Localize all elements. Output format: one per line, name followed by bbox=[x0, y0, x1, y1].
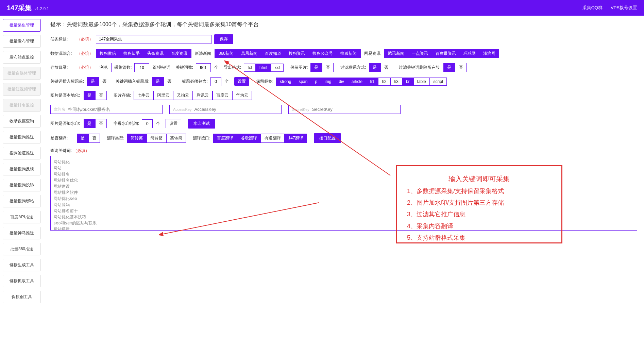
sidebar-item[interactable]: 发布站点监控 bbox=[3, 51, 41, 64]
browse-button[interactable]: 浏览 bbox=[96, 63, 112, 72]
tag-option[interactable]: 百度云 bbox=[213, 91, 232, 100]
tag-option[interactable]: 百度最资讯 bbox=[432, 49, 460, 58]
tag-option[interactable]: 否 bbox=[95, 91, 107, 100]
sidebar-item[interactable]: 批量搜狗反馈 bbox=[3, 163, 41, 175]
trtype-label: 翻译类型: bbox=[107, 135, 124, 141]
tag-option[interactable]: 澎湃网 bbox=[479, 49, 499, 58]
wm-set-button[interactable]: 设置 bbox=[166, 119, 181, 128]
tag-option[interactable]: 网易资讯 bbox=[360, 49, 384, 58]
sidebar-item[interactable]: 批量发布管理 bbox=[3, 35, 41, 48]
sidebar-item[interactable]: 批量360推送 bbox=[3, 243, 41, 255]
tag-option[interactable]: 否 bbox=[95, 119, 107, 128]
tag-option[interactable]: 搜狗知乎 bbox=[120, 49, 143, 58]
tag-option[interactable]: 搜狗公众号 bbox=[309, 49, 337, 58]
must-set-button[interactable]: 设置 bbox=[234, 77, 249, 86]
sidebar-item[interactable]: 搜狗验证推送 bbox=[3, 147, 41, 159]
tag-option[interactable]: 否 bbox=[455, 63, 467, 72]
tag-option[interactable]: 否 bbox=[99, 77, 110, 86]
tag-option[interactable]: 是 bbox=[152, 77, 164, 86]
kwcount-input[interactable] bbox=[196, 63, 211, 72]
tag-option[interactable]: 头条资讯 bbox=[143, 49, 167, 58]
tag-option[interactable]: 华为云 bbox=[232, 91, 252, 100]
count-label: 采集篇数: bbox=[114, 65, 132, 70]
tag-option[interactable]: 简转英 bbox=[127, 134, 147, 143]
tag-option[interactable]: 七牛云 bbox=[134, 91, 153, 100]
header-link[interactable]: VPS拨号设置 bbox=[611, 5, 637, 11]
tag-option[interactable]: txt bbox=[244, 64, 256, 72]
tag-option[interactable]: 搜狐新闻 bbox=[337, 49, 360, 58]
tag-option[interactable]: 百度知道 bbox=[261, 49, 285, 58]
tag-option[interactable]: 147翻译 bbox=[285, 134, 307, 143]
sidebar-item[interactable]: 伪原创工具 bbox=[3, 291, 41, 303]
api-config-button[interactable]: 接口配置 bbox=[314, 133, 341, 143]
tag-option[interactable]: 谷歌翻译 bbox=[237, 134, 261, 143]
tag-option[interactable]: 否 bbox=[322, 63, 334, 72]
tag-option[interactable]: 否 bbox=[164, 77, 175, 86]
tag-option[interactable]: 腾讯新闻 bbox=[384, 49, 408, 58]
tag-option[interactable]: 是 bbox=[310, 63, 322, 72]
tag-option[interactable]: 新浪新闻 bbox=[191, 49, 215, 58]
sidebar-item[interactable]: 链接抓取工具 bbox=[3, 275, 41, 287]
tag-option[interactable]: div bbox=[335, 78, 348, 86]
tag-option[interactable]: 搜狗微信 bbox=[96, 49, 120, 58]
tag-option[interactable]: 是 bbox=[77, 134, 88, 143]
tag-option[interactable]: 一点资讯 bbox=[408, 49, 432, 58]
main-content: 提示：关键词数最多1000个，采集数据源多个轮训，每个关键词最多采集10篇每个平… bbox=[44, 16, 644, 307]
tag-option[interactable]: article bbox=[348, 78, 366, 86]
wm-test-button[interactable]: 水印测试 bbox=[188, 119, 215, 129]
tag-option[interactable]: h2 bbox=[378, 78, 390, 86]
tag-option[interactable]: 搜狗资讯 bbox=[285, 49, 309, 58]
tag-option[interactable]: span bbox=[295, 78, 311, 86]
keepimg-group: 是否 bbox=[310, 63, 334, 72]
tag-option[interactable]: 环球网 bbox=[460, 49, 479, 58]
space-input[interactable] bbox=[68, 107, 159, 112]
tag-option[interactable]: table bbox=[413, 78, 430, 86]
space-box[interactable]: 空间名 bbox=[50, 105, 163, 114]
tag-option[interactable]: 阿里云 bbox=[153, 91, 173, 100]
tag-option[interactable]: 有道翻译 bbox=[261, 134, 285, 143]
tag-option[interactable]: script bbox=[430, 78, 447, 86]
tag-option[interactable]: img bbox=[321, 78, 335, 86]
sidebar-item[interactable]: 批量搜狗推送 bbox=[3, 131, 41, 143]
secretkey-input[interactable] bbox=[312, 107, 397, 112]
secretkey-box[interactable]: SecretKey bbox=[288, 105, 401, 114]
tag-option[interactable]: 百度资讯 bbox=[167, 49, 191, 58]
tag-option[interactable]: br bbox=[402, 78, 413, 86]
sidebar-item[interactable]: 批量搜狗绑站 bbox=[3, 195, 41, 207]
sidebar-item[interactable]: 收录数据查询 bbox=[3, 115, 41, 128]
count-input[interactable] bbox=[134, 63, 149, 72]
save-button[interactable]: 保存 bbox=[214, 34, 233, 44]
wmcount-input[interactable] bbox=[142, 119, 153, 128]
tag-option[interactable]: strong bbox=[276, 78, 295, 86]
tag-option[interactable]: html bbox=[256, 64, 271, 72]
tag-option[interactable]: 凤凰新闻 bbox=[237, 49, 261, 58]
sidebar-item[interactable]: 百度API推送 bbox=[3, 211, 41, 223]
tag-option[interactable]: 360新闻 bbox=[215, 49, 237, 58]
tag-option[interactable]: 百度翻译 bbox=[213, 134, 237, 143]
tag-option[interactable]: h3 bbox=[390, 78, 402, 86]
keeptag-label: 保留标签: bbox=[256, 79, 273, 84]
must-input[interactable] bbox=[210, 77, 221, 86]
tag-option[interactable]: 是 bbox=[84, 91, 95, 100]
header-link[interactable]: 采集QQ群 bbox=[582, 5, 603, 11]
tag-option[interactable]: xxf bbox=[271, 64, 284, 72]
accesskey-box[interactable]: AccessKey bbox=[169, 105, 282, 114]
tag-option[interactable]: 是 bbox=[443, 63, 455, 72]
tag-option[interactable]: 是 bbox=[87, 77, 99, 86]
accesskey-input[interactable] bbox=[194, 107, 278, 112]
tag-option[interactable]: 简转繁 bbox=[147, 134, 166, 143]
tag-option[interactable]: 否 bbox=[88, 134, 100, 143]
tag-option[interactable]: 腾讯云 bbox=[193, 91, 213, 100]
tag-option[interactable]: p bbox=[311, 78, 321, 86]
tag-option[interactable]: 是 bbox=[369, 63, 380, 72]
sidebar-item[interactable]: 批量搜狗投诉 bbox=[3, 179, 41, 191]
tag-option[interactable]: 又拍云 bbox=[173, 91, 193, 100]
sidebar-item[interactable]: 批量采集管理 bbox=[3, 19, 41, 32]
tag-option[interactable]: 英转简 bbox=[166, 134, 186, 143]
tag-option[interactable]: 是 bbox=[84, 119, 95, 128]
tag-option[interactable]: h1 bbox=[366, 78, 378, 86]
tag-option[interactable]: 否 bbox=[380, 63, 392, 72]
task-title-input[interactable] bbox=[96, 35, 211, 44]
sidebar-item[interactable]: 链接生成工具 bbox=[3, 259, 41, 271]
sidebar-item[interactable]: 批量神马推送 bbox=[3, 227, 41, 239]
